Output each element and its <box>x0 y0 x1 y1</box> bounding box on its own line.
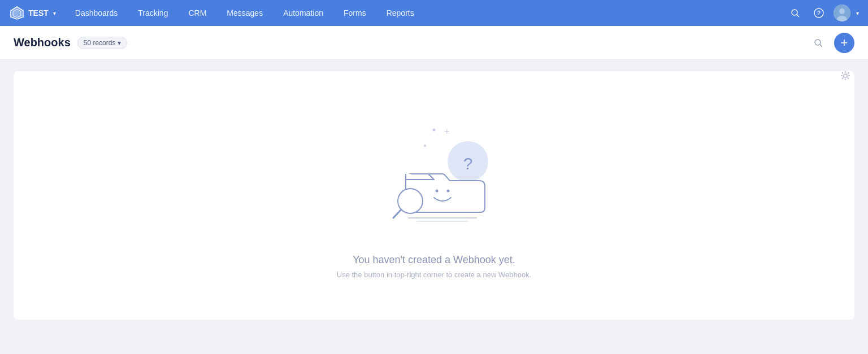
nav-right: ? ▾ <box>786 4 859 22</box>
add-webhook-button[interactable]: + <box>834 33 854 53</box>
svg-point-11 <box>844 74 847 77</box>
svg-text:?: ? <box>817 10 821 16</box>
brand-icon <box>9 5 25 21</box>
svg-text:?: ? <box>463 154 473 173</box>
records-chevron-icon: ▾ <box>118 39 121 47</box>
main-card: + ? You haven't created a Webhook yet. U… <box>14 71 854 320</box>
subheader-search-icon <box>814 38 823 47</box>
empty-state-title: You haven't created a Webhook yet. <box>353 254 515 266</box>
svg-point-17 <box>436 190 439 193</box>
subheader: Webhooks 50 records ▾ + <box>0 26 868 60</box>
svg-marker-1 <box>13 9 21 18</box>
records-badge[interactable]: 50 records ▾ <box>77 37 128 49</box>
page-title: Webhooks <box>14 36 71 49</box>
subheader-actions: + <box>809 33 854 53</box>
gear-icon <box>840 71 850 81</box>
brand-name: TEST <box>28 8 49 18</box>
nav-item-tracking[interactable]: Tracking <box>128 0 178 26</box>
nav-chevron-icon: ▾ <box>856 10 859 16</box>
empty-state-illustration: + ? <box>355 112 513 236</box>
nav-item-messages[interactable]: Messages <box>216 0 273 26</box>
svg-point-18 <box>447 190 450 193</box>
svg-line-3 <box>797 15 799 17</box>
nav-search-button[interactable] <box>786 4 804 22</box>
help-icon: ? <box>814 8 824 18</box>
svg-line-10 <box>820 45 822 47</box>
nav-item-crm[interactable]: CRM <box>178 0 216 26</box>
nav-items: Dashboards Tracking CRM Messages Automat… <box>65 0 786 26</box>
content-area: + ? You haven't created a Webhook yet. U… <box>0 60 868 354</box>
search-icon <box>791 8 800 18</box>
svg-point-7 <box>839 8 845 14</box>
svg-line-20 <box>393 209 401 218</box>
nav-item-dashboards[interactable]: Dashboards <box>65 0 128 26</box>
nav-item-forms[interactable]: Forms <box>333 0 376 26</box>
user-avatar[interactable] <box>834 5 850 21</box>
nav-help-button[interactable]: ? <box>810 4 828 22</box>
empty-state-subtitle: Use the button in top-right corner to cr… <box>337 270 531 279</box>
nav-item-automation[interactable]: Automation <box>273 0 333 26</box>
brand-logo[interactable]: TEST ▾ <box>9 5 56 21</box>
subheader-search-button[interactable] <box>809 34 827 52</box>
svg-text:+: + <box>444 126 449 136</box>
svg-point-14 <box>424 145 426 147</box>
svg-point-12 <box>433 129 436 132</box>
nav-item-reports[interactable]: Reports <box>376 0 424 26</box>
settings-button[interactable] <box>836 67 854 85</box>
navbar: TEST ▾ Dashboards Tracking CRM Messages … <box>0 0 868 26</box>
brand-chevron-icon: ▾ <box>53 10 56 16</box>
